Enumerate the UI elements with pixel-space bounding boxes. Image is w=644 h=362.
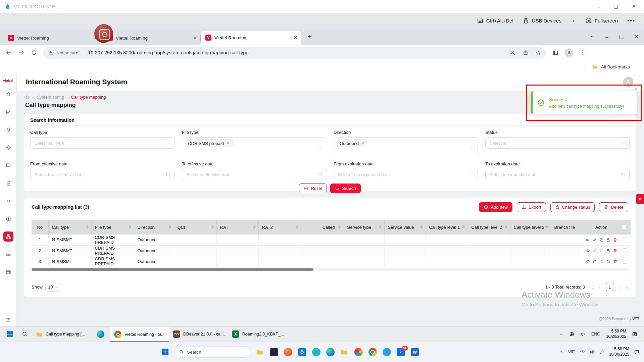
- browser-maximize-button[interactable]: ▢: [619, 34, 624, 40]
- scrollbar-thumb[interactable]: [32, 268, 313, 271]
- search-button[interactable]: Search: [330, 184, 360, 193]
- globe-icon[interactable]: [569, 331, 575, 337]
- col-call-type-level-2[interactable]: Call type level 2: [468, 220, 510, 235]
- page-size-select[interactable]: 10: [45, 283, 61, 292]
- file-type-multiselect[interactable]: CDR SMS prepaid✕: [182, 137, 326, 157]
- table-row[interactable]: 2 N-SMSMT CDR SMS PREPAID Outbound: [32, 245, 631, 256]
- copy-icon[interactable]: [599, 259, 604, 264]
- remote-minimize-button[interactable]: –: [597, 4, 600, 9]
- pen-icon[interactable]: [600, 350, 604, 354]
- status-select[interactable]: Select all: [485, 137, 630, 149]
- taskbar-icon-folder[interactable]: [340, 347, 349, 357]
- taskbar-icon-app-dark[interactable]: [269, 347, 279, 357]
- table-row[interactable]: 1 N-SMSMT CDR SMS PREPAID Outbound: [32, 235, 631, 245]
- col-call-type-level-3[interactable]: Call type level 3: [510, 220, 551, 235]
- sort-icon[interactable]: [86, 224, 89, 230]
- sort-icon[interactable]: [420, 224, 423, 230]
- lock-icon[interactable]: [606, 238, 610, 242]
- sort-icon[interactable]: [379, 224, 382, 230]
- sidebar-item-dashboard[interactable]: [3, 107, 13, 117]
- sidebar-item-reports[interactable]: [3, 249, 13, 259]
- direction-multiselect[interactable]: Outbound✕: [334, 137, 478, 157]
- table-row[interactable]: 3 N-SMSMT CDR SMS PREPAID Outbound: [32, 256, 631, 267]
- sidebar-item-call-type-mapping-active[interactable]: [3, 231, 13, 242]
- notification-icon[interactable]: [632, 331, 637, 337]
- taskbar-app-chrome-active[interactable]: Viettel Roaming - G...: [110, 327, 169, 342]
- delete-row-icon[interactable]: [613, 259, 617, 264]
- view-icon[interactable]: [586, 259, 590, 264]
- chevron-up-icon[interactable]: [559, 350, 563, 354]
- col-call-type-level-1[interactable]: Call type level 1: [426, 220, 468, 235]
- col-rat[interactable]: RAT: [216, 220, 258, 235]
- call-type-select[interactable]: Select call type: [30, 137, 175, 149]
- breadcrumb-system-config[interactable]: System config: [37, 95, 64, 100]
- all-bookmarks-button[interactable]: All Bookmarks: [601, 64, 630, 69]
- sidebar-item-settings[interactable]: [3, 143, 13, 153]
- add-new-button[interactable]: Add new: [479, 202, 512, 212]
- browser-menu-icon[interactable]: ⋮: [580, 49, 585, 56]
- sort-icon[interactable]: [129, 224, 131, 230]
- tab-viettel-roaming-3-active[interactable]: V Viettel Roaming ✕: [201, 31, 301, 45]
- delete-row-icon[interactable]: [613, 238, 617, 242]
- col-service-value[interactable]: Service value: [384, 220, 426, 235]
- col-called[interactable]: Called: [301, 220, 344, 235]
- remote-start-button[interactable]: [3, 327, 17, 342]
- row-checkbox[interactable]: [623, 259, 627, 264]
- col-rat2[interactable]: RAT2: [258, 220, 301, 235]
- taskbar-app-folder[interactable]: Call type mapping [...: [32, 327, 91, 342]
- sidebar-item-home[interactable]: [3, 89, 13, 99]
- prev-page-button[interactable]: ‹: [599, 285, 601, 290]
- local-start-button[interactable]: [160, 347, 170, 357]
- taskbar-app-dbeaver[interactable]: DB DBeaver 21.0.0 - cal...: [169, 327, 228, 342]
- horizontal-scrollbar[interactable]: [32, 268, 631, 271]
- delete-row-icon[interactable]: [613, 248, 617, 253]
- bookmark-star-icon[interactable]: [536, 50, 541, 55]
- wifi-icon[interactable]: [580, 349, 585, 355]
- back-icon[interactable]: [5, 49, 12, 56]
- view-icon[interactable]: [586, 248, 590, 253]
- tab-viettel-roaming-1[interactable]: V Viettel Roaming ✕: [3, 31, 102, 45]
- col-qci[interactable]: QCI: [174, 220, 216, 235]
- row-checkbox[interactable]: [623, 248, 627, 253]
- edit-icon[interactable]: [592, 259, 597, 264]
- taskbar-icon-paint[interactable]: [354, 347, 363, 357]
- toast-close-icon[interactable]: ✕: [634, 86, 638, 92]
- remote-maximize-button[interactable]: ▢: [613, 3, 618, 9]
- first-page-button[interactable]: «: [591, 285, 594, 290]
- lock-icon[interactable]: [606, 259, 610, 264]
- zoom-out-icon[interactable]: [510, 50, 515, 55]
- url-text[interactable]: 10.207.252.135:8200/roaming-app/system-c…: [88, 50, 248, 55]
- lock-icon[interactable]: [606, 248, 610, 253]
- share-icon[interactable]: [523, 50, 528, 55]
- file-type-tag[interactable]: CDR SMS prepaid✕: [185, 139, 233, 147]
- reload-icon[interactable]: [31, 50, 37, 56]
- taskbar-app-excel[interactable]: X Roaming2.0_KBKT_...: [228, 327, 287, 342]
- tab-viettel-roaming-2[interactable]: V Viettel Roaming ✕: [102, 31, 201, 45]
- sort-icon[interactable]: [296, 224, 298, 230]
- taskbar-icon-chat-teal[interactable]: [311, 347, 321, 357]
- taskbar-icon-word[interactable]: W: [410, 347, 419, 357]
- local-search-box[interactable]: Search: [175, 346, 250, 358]
- taskbar-icon-skype[interactable]: [382, 347, 391, 357]
- tab-close-icon[interactable]: ✕: [192, 35, 198, 41]
- sidebar-item-alerts[interactable]: [3, 125, 13, 135]
- sort-icon[interactable]: [505, 224, 507, 230]
- sidebar-collapse-button[interactable]: [6, 318, 11, 322]
- new-tab-button[interactable]: +: [304, 31, 315, 42]
- language-indicator[interactable]: VIE: [568, 350, 575, 354]
- direction-tag[interactable]: Outbound✕: [337, 139, 367, 147]
- chevron-up-icon[interactable]: [559, 332, 563, 337]
- change-status-button[interactable]: Change status: [550, 202, 595, 212]
- taskbar-icon-explorer[interactable]: [255, 347, 264, 357]
- browser-profile-avatar[interactable]: [564, 48, 574, 57]
- sort-icon[interactable]: [211, 224, 214, 230]
- copy-icon[interactable]: [599, 238, 604, 242]
- language-indicator[interactable]: ENG: [591, 332, 600, 337]
- to-expiration-date-input[interactable]: Select to expiration date: [485, 169, 630, 180]
- tag-remove-icon[interactable]: ✕: [361, 141, 364, 146]
- remote-close-button[interactable]: ✕: [632, 3, 636, 9]
- sort-icon[interactable]: [338, 224, 341, 230]
- address-bar[interactable]: Not secure 10.207.252.135:8200/roaming-a…: [43, 47, 546, 59]
- current-page-button[interactable]: 1: [606, 283, 614, 291]
- col-direction[interactable]: Direction: [134, 220, 174, 235]
